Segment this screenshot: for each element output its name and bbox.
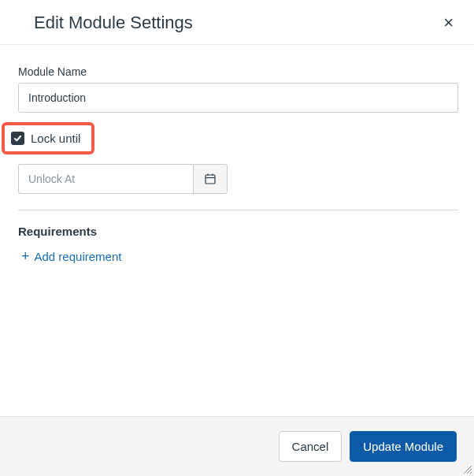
module-name-group: Module Name <box>18 65 458 113</box>
svg-line-12 <box>470 472 472 474</box>
modal-title: Edit Module Settings <box>34 13 193 33</box>
plus-icon: + <box>21 249 30 263</box>
calendar-icon <box>204 173 217 185</box>
modal-footer: Cancel Update Module <box>0 416 474 476</box>
svg-line-11 <box>467 469 472 474</box>
add-requirement-label: Add requirement <box>35 250 122 263</box>
check-icon <box>13 134 22 143</box>
unlock-at-group <box>18 164 458 194</box>
svg-line-10 <box>464 466 472 474</box>
module-name-label: Module Name <box>18 65 458 78</box>
date-picker-button[interactable] <box>193 164 228 194</box>
modal-body: Module Name Lock until <box>0 45 474 416</box>
modal-header: Edit Module Settings × <box>0 0 474 45</box>
module-name-input[interactable] <box>18 83 458 113</box>
cancel-button[interactable]: Cancel <box>279 431 343 462</box>
add-requirement-link[interactable]: + Add requirement <box>21 249 121 263</box>
close-button[interactable]: × <box>439 14 458 32</box>
lock-until-checkbox[interactable] <box>11 132 24 145</box>
update-module-button[interactable]: Update Module <box>350 431 457 462</box>
lock-until-label: Lock until <box>31 132 80 145</box>
unlock-at-input[interactable] <box>18 164 193 194</box>
edit-module-modal: Edit Module Settings × Module Name Lock … <box>0 0 474 476</box>
section-divider <box>18 210 458 210</box>
lock-until-highlight: Lock until <box>2 122 94 154</box>
requirements-title: Requirements <box>18 225 458 238</box>
resize-grip-icon <box>461 463 472 474</box>
svg-rect-0 <box>206 175 215 184</box>
close-icon: × <box>443 13 454 32</box>
